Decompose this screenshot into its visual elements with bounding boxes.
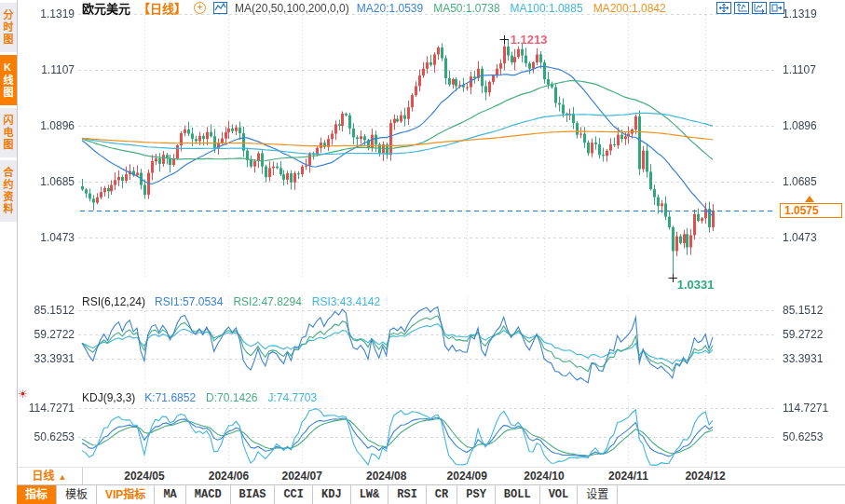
x-axis-label: 2024/07	[281, 470, 321, 483]
price-chart-canvas[interactable]	[0, 0, 845, 504]
toolbar-tab-KDJ[interactable]: KDJ	[313, 485, 351, 504]
x-axis-label: 2024/06	[209, 470, 249, 483]
y-axis-label: 1.1107	[783, 63, 816, 76]
y-axis-label: 114.7271	[783, 402, 828, 415]
period-tag: 【日线】	[138, 0, 186, 17]
indicator-toolbar: 指标模板VIP指标MAMACDBIASCCIKDJLW&RSICRPSYBOLL…	[17, 484, 845, 504]
scale-x-axis-icon[interactable]	[752, 2, 767, 14]
toolbar-tab-MACD[interactable]: MACD	[186, 485, 231, 504]
toolbar-tab-BOLL[interactable]: BOLL	[496, 485, 540, 504]
chevron-up-icon: ▲	[59, 472, 67, 482]
toolbar-tab-CCI[interactable]: CCI	[275, 485, 313, 504]
kdj-value: D:70.1426	[206, 391, 257, 404]
y-axis-label: 50.6253	[783, 430, 823, 443]
x-axis-label: 2024/12	[685, 470, 725, 483]
y-axis-label: 59.2722	[783, 328, 823, 341]
y-axis-label: 50.6253	[26, 430, 75, 443]
y-axis-label: 1.1107	[26, 63, 75, 76]
rsi-panel-header: RSI(6,12,24) RSI1:57.0534RSI2:47.8294RSI…	[82, 295, 380, 308]
toolbar-tab-指标[interactable]: 指标	[17, 485, 57, 504]
period-selector-button[interactable]: 日线▲	[17, 468, 83, 485]
y-axis-label: 1.1319	[783, 7, 817, 20]
x-axis-label: 2024/09	[447, 470, 487, 483]
ma-value: MA20:1.0539	[357, 2, 423, 15]
y-axis-label: 1.0473	[26, 231, 75, 244]
x-axis-label: 2024/11	[608, 470, 648, 483]
scale-y-axis-icon[interactable]	[734, 2, 749, 14]
y-axis-label: 1.0685	[26, 175, 75, 188]
hot-indicator-icon: ☀	[18, 388, 28, 401]
add-indicator-icon[interactable]: +	[194, 2, 206, 14]
chart-type-sidebar: 分时图K线图闪电图合约资料	[0, 0, 18, 484]
mini-chart-icon[interactable]	[213, 2, 227, 14]
chart-toolbar-icons	[716, 2, 784, 14]
kdj-values: K:71.6852D:70.1426J:74.7703	[144, 391, 317, 404]
period-label: 日线	[33, 470, 55, 483]
toolbar-tab-PSY[interactable]: PSY	[457, 485, 496, 504]
sidebar-item-3[interactable]: 闪电图	[0, 108, 17, 157]
chart-header: 欧元美元【日线】 + MA(20,50,100,200,0,0) MA20:1.…	[82, 1, 666, 15]
ma-settings-label: MA(20,50,100,200,0,0)	[235, 2, 349, 15]
x-axis-label: 2024/08	[366, 470, 406, 483]
toolbar-tab-VIP指标[interactable]: VIP指标	[97, 485, 155, 504]
rsi-title: RSI(6,12,24)	[82, 295, 145, 308]
y-axis-label: 85.1512	[783, 304, 823, 317]
symbol-name: 欧元美元	[82, 0, 130, 17]
toolbar-tab-MA[interactable]: MA	[155, 485, 185, 504]
trading-chart-app: 分时图K线图闪电图合约资料 欧元美元【日线】 + MA(20,50,100,20…	[0, 0, 845, 504]
ma-value: MA200:1.0842	[593, 2, 666, 15]
toolbar-tab-CR[interactable]: CR	[427, 485, 457, 504]
ma-values: MA20:1.0539MA50:1.0738MA100:1.0885MA200:…	[357, 2, 666, 15]
price-direction-arrow	[805, 196, 814, 202]
y-axis-label: 33.3931	[26, 352, 75, 365]
ma-value: MA50:1.0738	[433, 2, 499, 15]
kdj-value: K:71.6852	[144, 391, 196, 404]
rsi-value: RSI2:47.8294	[233, 295, 301, 308]
kdj-title: KDJ(9,3,3)	[82, 391, 135, 404]
toolbar-tab-RSI[interactable]: RSI	[388, 485, 427, 504]
kdj-value: J:74.7703	[267, 391, 317, 404]
last-price-value: 1.0575	[784, 204, 819, 217]
y-axis-label: 1.0896	[26, 119, 75, 132]
y-axis-label: 1.0896	[783, 119, 817, 132]
pan-crosshair-icon[interactable]	[716, 2, 731, 14]
last-price-tag: 1.0575	[780, 203, 842, 218]
x-axis-label: 2024/10	[524, 470, 564, 483]
x-axis-row: 日线▲ 2024/052024/062024/072024/082024/092…	[17, 467, 845, 485]
y-axis-label: 59.2722	[26, 328, 75, 341]
sidebar-item-2[interactable]: K线图	[0, 55, 17, 105]
toolbar-tab-VOL[interactable]: VOL	[540, 485, 579, 504]
toolbar-tab-LW&[interactable]: LW&	[351, 485, 389, 504]
sidebar-item-4[interactable]: 合约资料	[0, 160, 17, 222]
y-axis-label: 1.0473	[783, 231, 817, 244]
y-axis-label: 33.3931	[783, 352, 823, 365]
y-axis-label: 1.1319	[26, 7, 75, 20]
x-axis-label: 2024/05	[124, 470, 164, 483]
sidebar-item-1[interactable]: 分时图	[0, 3, 17, 52]
rsi-value: RSI3:43.4142	[312, 295, 380, 308]
toolbar-tab-模板[interactable]: 模板	[57, 485, 97, 504]
high-price-annotation: 1.1213	[511, 33, 548, 47]
rsi-value: RSI1:57.0534	[155, 295, 223, 308]
kdj-panel-header: KDJ(9,3,3) K:71.6852D:70.1426J:74.7703	[82, 391, 317, 404]
ma-value: MA100:1.0885	[511, 2, 583, 15]
y-axis-label: 1.0685	[783, 175, 817, 188]
toolbar-tab-设置[interactable]: 设置	[578, 485, 618, 504]
low-price-annotation: 1.0331	[677, 278, 715, 292]
rsi-values: RSI1:57.0534RSI2:47.8294RSI3:43.4142	[155, 295, 380, 308]
toolbar-tab-BIAS[interactable]: BIAS	[231, 485, 276, 504]
y-axis-label: 85.1512	[26, 304, 75, 317]
y-axis-label: 114.7271	[26, 402, 75, 415]
